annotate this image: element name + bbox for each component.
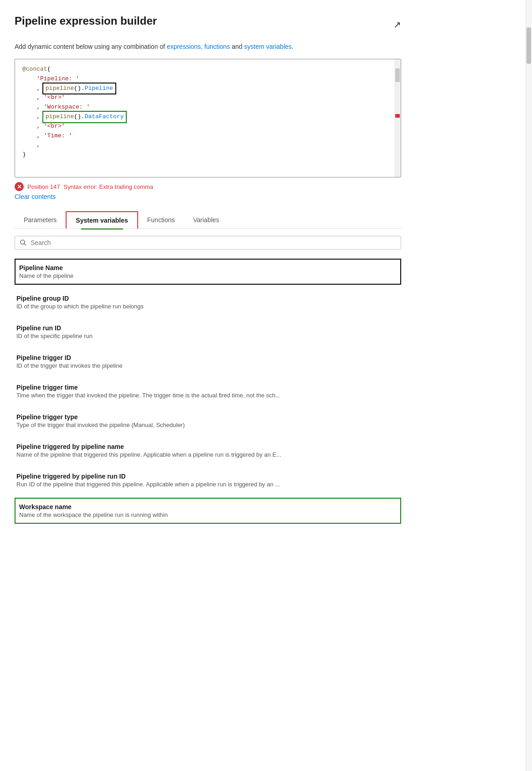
- tab-parameters[interactable]: Parameters: [15, 211, 66, 228]
- var-name: Pipeline trigger type: [16, 413, 399, 421]
- error-message: Syntax error: Extra trailing comma: [64, 183, 154, 190]
- system-var-item-pipeline-name[interactable]: Pipeline Name Name of the pipeline: [15, 259, 401, 285]
- error-row: ✕ Position 147 Syntax error: Extra trail…: [15, 182, 401, 191]
- error-position: Position 147: [27, 183, 60, 190]
- tab-system-variables[interactable]: System variables: [66, 211, 138, 229]
- scrollbar-thumb[interactable]: [527, 27, 531, 64]
- var-name: Workspace name: [19, 503, 397, 511]
- main-container: Pipeline expression builder ↗ Add dynami…: [0, 0, 419, 544]
- page-scrollbar[interactable]: [526, 0, 532, 771]
- svg-point-0: [21, 240, 25, 244]
- subtitle: Add dynamic content below using any comb…: [15, 42, 401, 52]
- var-name: Pipeline Name: [19, 264, 397, 271]
- search-input[interactable]: [31, 239, 396, 246]
- system-var-item-workspace-name[interactable]: Workspace name Name of the workspace the…: [15, 498, 401, 524]
- tab-functions[interactable]: Functions: [138, 211, 184, 228]
- var-name: Pipeline trigger ID: [16, 354, 399, 361]
- tabs-row: Parameters System variables Functions Va…: [15, 211, 401, 229]
- system-var-item-pipeline-trigger-id[interactable]: Pipeline trigger ID ID of the trigger th…: [15, 349, 401, 374]
- var-desc: ID of the trigger that invokes the pipel…: [16, 362, 399, 369]
- var-desc: Type of the trigger that invoked the pip…: [16, 422, 399, 428]
- code-editor[interactable]: @concat( 'Pipeline: ' , pipeline().Pipel…: [15, 59, 401, 177]
- expand-icon[interactable]: ↗: [393, 19, 401, 30]
- var-desc: ID of the group to which the pipeline ru…: [16, 303, 399, 310]
- system-var-item-pipeline-triggered-by-run-id[interactable]: Pipeline triggered by pipeline run ID Ru…: [15, 468, 401, 492]
- search-box: [15, 236, 401, 250]
- var-desc: Time when the trigger that invoked the p…: [16, 392, 399, 399]
- var-name: Pipeline group ID: [16, 295, 399, 302]
- var-desc: Name of the pipeline: [19, 272, 397, 279]
- var-name: Pipeline triggered by pipeline run ID: [16, 473, 399, 480]
- error-icon: ✕: [15, 182, 24, 191]
- var-desc: Name of the pipeline that triggered this…: [16, 451, 399, 458]
- var-name: Pipeline triggered by pipeline name: [16, 443, 399, 450]
- clear-contents-button[interactable]: Clear contents: [15, 193, 56, 200]
- var-name: Pipeline run ID: [16, 324, 399, 332]
- page-title: Pipeline expression builder: [15, 15, 157, 27]
- search-icon: [20, 239, 27, 246]
- system-var-item-pipeline-group-id[interactable]: Pipeline group ID ID of the group to whi…: [15, 290, 401, 314]
- system-var-item-pipeline-trigger-type[interactable]: Pipeline trigger type Type of the trigge…: [15, 409, 401, 433]
- system-variables-list: Pipeline Name Name of the pipeline Pipel…: [15, 259, 401, 524]
- var-desc: Name of the workspace the pipeline run i…: [19, 511, 397, 518]
- tab-variables[interactable]: Variables: [184, 211, 228, 228]
- var-desc: ID of the specific pipeline run: [16, 333, 399, 339]
- var-name: Pipeline trigger time: [16, 384, 399, 391]
- system-var-item-pipeline-run-id[interactable]: Pipeline run ID ID of the specific pipel…: [15, 320, 401, 344]
- var-desc: Run ID of the pipeline that triggered th…: [16, 481, 399, 488]
- system-var-item-pipeline-trigger-time[interactable]: Pipeline trigger time Time when the trig…: [15, 379, 401, 403]
- system-var-item-pipeline-triggered-by-name[interactable]: Pipeline triggered by pipeline name Name…: [15, 438, 401, 463]
- svg-line-1: [24, 244, 26, 245]
